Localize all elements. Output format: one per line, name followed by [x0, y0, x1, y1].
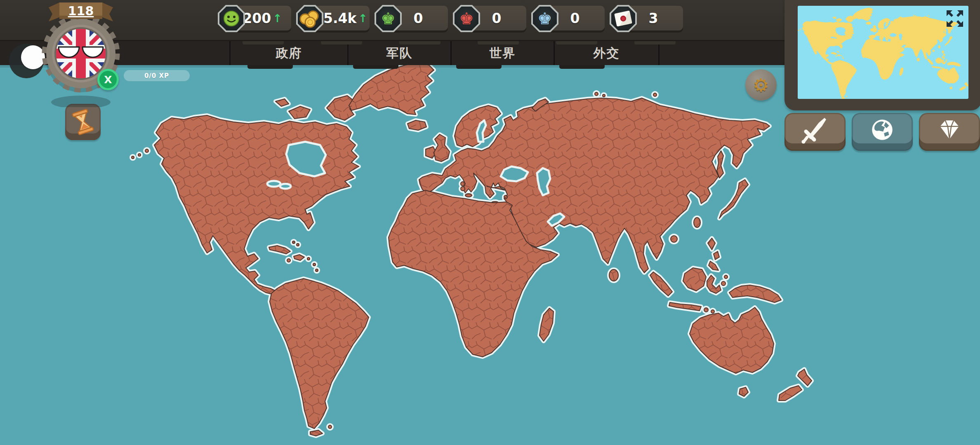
minimap-panel[interactable] — [784, 0, 980, 110]
units-blue-value: 0 — [570, 10, 580, 26]
happiness-value: 200 — [243, 10, 271, 26]
premium-button[interactable] — [919, 113, 980, 151]
units-blue-medallion: ♚ — [531, 5, 558, 32]
bar-notch — [634, 41, 676, 44]
resource-units-red[interactable]: 0 ♚ — [453, 5, 526, 32]
envelope-seal-icon — [614, 10, 632, 26]
strip-notch — [353, 65, 398, 69]
time-speed-button[interactable] — [65, 104, 101, 140]
level-up-badge[interactable]: X — [97, 69, 119, 90]
level-up-badge-label: X — [104, 74, 112, 86]
strip-notch — [559, 65, 605, 69]
expand-icon[interactable] — [945, 9, 964, 28]
events-medallion — [610, 5, 637, 32]
coins-icon — [299, 9, 320, 28]
resource-gold[interactable]: 75.4k↑ — [296, 5, 370, 32]
units-red-medallion: ♚ — [453, 5, 480, 32]
chess-king-red-icon: ♚ — [459, 10, 474, 27]
hourglass-icon — [69, 107, 97, 136]
chess-king-green-icon: ♚ — [381, 10, 396, 27]
xp-label: 0/0 XP — [144, 72, 169, 80]
trend-up-icon: ↑ — [358, 12, 368, 25]
war-button[interactable] — [784, 113, 846, 151]
tab-diplomacy[interactable]: 外交 — [555, 41, 658, 65]
units-green-value: 0 — [414, 10, 423, 26]
tab-divider — [658, 41, 660, 65]
settings-button[interactable]: ⚙ — [745, 69, 777, 101]
diamond-icon — [936, 116, 963, 143]
game-screen: 政府 军队 世界 外交 200↑ 75.4k↑ — [0, 0, 980, 445]
resource-bar: 200↑ 75.4k↑ 0 ♚ — [218, 5, 688, 32]
resource-happiness[interactable]: 200↑ — [218, 5, 291, 32]
resource-events[interactable]: 3 — [610, 5, 683, 32]
trend-up-icon: ↑ — [273, 12, 282, 25]
level-value: 118 — [68, 4, 94, 18]
map-mode-buttons — [784, 113, 980, 151]
chess-king-blue-icon: ♚ — [537, 10, 552, 27]
tab-world[interactable]: 世界 — [452, 41, 554, 65]
bar-notch — [321, 41, 362, 44]
minimap-world — [798, 6, 968, 99]
strip-notch — [456, 65, 502, 69]
map-view-button[interactable] — [852, 113, 913, 151]
minimap[interactable] — [798, 6, 968, 99]
tab-government[interactable]: 政府 — [231, 41, 347, 65]
tab-army[interactable]: 军队 — [349, 41, 450, 65]
units-green-medallion: ♚ — [375, 5, 402, 32]
gear-icon: ⚙ — [753, 75, 769, 96]
units-red-value: 0 — [492, 10, 502, 26]
events-value: 3 — [649, 10, 658, 26]
level-banner: 118 — [45, 0, 116, 26]
happiness-medallion — [218, 5, 245, 32]
sword-icon — [801, 115, 829, 144]
bar-notch — [243, 41, 284, 44]
strip-notch — [247, 65, 293, 69]
gold-medallion — [296, 5, 323, 32]
resource-units-blue[interactable]: 0 ♚ — [531, 5, 605, 32]
bar-notch — [399, 41, 441, 44]
avatar-ground-shadow — [51, 96, 111, 107]
bar-notch — [478, 41, 519, 44]
bar-notch — [556, 41, 597, 44]
resource-units-green[interactable]: 0 ♚ — [375, 5, 448, 32]
globe-icon — [869, 116, 896, 143]
xp-progress-bar: 0/0 XP — [124, 70, 190, 81]
smiley-icon — [222, 9, 241, 28]
